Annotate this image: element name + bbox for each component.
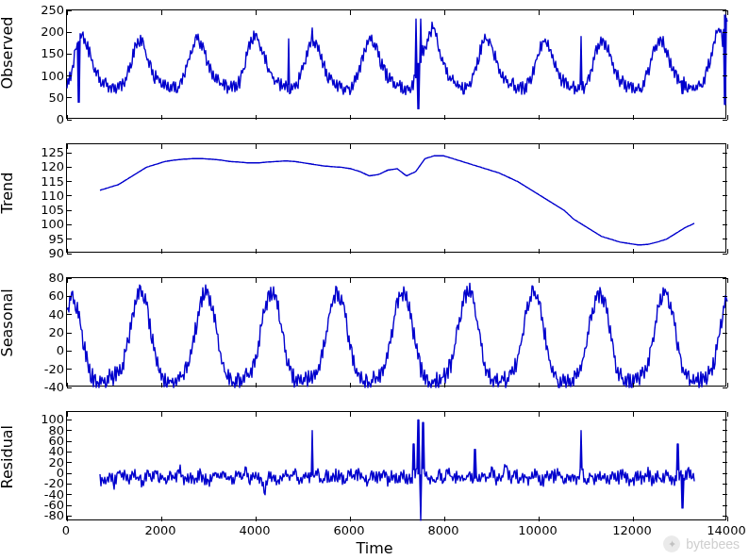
- ytick-mark: [67, 484, 72, 485]
- ytick-mark: [67, 314, 72, 315]
- ytick-mark: [67, 452, 72, 453]
- ytick-mark: [723, 296, 727, 297]
- xtick-mark: [161, 412, 162, 417]
- xtick-mark: [256, 383, 257, 387]
- ytick-mark: [67, 224, 72, 225]
- xtick-mark: [727, 144, 728, 149]
- xtick-mark: [256, 517, 257, 521]
- ytick-mark: [723, 314, 727, 315]
- xtick-mark: [727, 517, 728, 521]
- xtick-mark: [727, 115, 728, 120]
- xtick-mark: [350, 383, 351, 387]
- xtick-mark: [350, 10, 351, 15]
- ylabel-trend: Trend: [0, 186, 16, 214]
- xtick-mark: [444, 278, 445, 283]
- xtick-mark: [161, 144, 162, 149]
- ytick-label: 115: [41, 174, 64, 187]
- ytick-mark: [67, 10, 72, 11]
- watermark-text: bytebees: [686, 536, 740, 552]
- ytick-mark: [67, 296, 72, 297]
- ytick-mark: [67, 462, 72, 463]
- xtick-mark: [67, 278, 68, 283]
- ytick-label: 100: [41, 69, 64, 81]
- xtick-mark: [539, 115, 540, 120]
- watermark: ✦ bytebees: [663, 535, 740, 552]
- xtick-mark: [350, 278, 351, 283]
- ytick-mark: [67, 210, 72, 211]
- xtick-mark: [67, 10, 68, 15]
- xtick-mark: [67, 517, 68, 521]
- seasonal-line: [67, 278, 725, 386]
- ytick-mark: [67, 516, 72, 517]
- xlabel: Time: [0, 539, 749, 557]
- ytick-label: 100: [41, 218, 64, 230]
- xtick-mark: [539, 249, 540, 254]
- ytick-label: 150: [41, 47, 64, 59]
- ytick-mark: [723, 210, 727, 211]
- xtick-mark: [727, 278, 728, 283]
- ytick-mark: [67, 473, 72, 474]
- ytick-mark: [723, 195, 727, 196]
- ytick-label: 125: [41, 146, 64, 158]
- xtick-mark: [727, 383, 728, 387]
- decomposition-figure: Observed Trend Seasonal Residual 0200040…: [0, 0, 749, 560]
- xtick-mark: [444, 144, 445, 149]
- xtick-mark: [161, 278, 162, 283]
- ylabel-observed: Observed: [0, 42, 16, 90]
- ytick-mark: [723, 473, 727, 474]
- ytick-mark: [67, 420, 72, 420]
- ytick-mark: [67, 120, 72, 121]
- ytick-label: 0: [57, 113, 64, 125]
- ytick-mark: [723, 54, 727, 55]
- xtick-mark: [67, 412, 68, 417]
- xtick-mark: [350, 412, 351, 417]
- ytick-mark: [67, 254, 72, 255]
- xtick-label: 2000: [144, 524, 175, 536]
- ytick-mark: [723, 505, 727, 506]
- ytick-label: 120: [41, 160, 64, 173]
- xtick-mark: [67, 383, 68, 387]
- xtick-mark: [256, 249, 257, 254]
- xtick-mark: [256, 10, 257, 15]
- ytick-label: 0: [57, 344, 64, 356]
- xtick-mark: [67, 115, 68, 120]
- ytick-label: 105: [41, 204, 64, 216]
- xtick-mark: [539, 144, 540, 149]
- xtick-mark: [444, 517, 445, 521]
- ytick-mark: [723, 224, 727, 225]
- ytick-mark: [67, 278, 72, 279]
- xtick-mark: [727, 412, 728, 417]
- ytick-mark: [67, 441, 72, 442]
- ytick-mark: [723, 494, 727, 495]
- xtick-mark: [256, 115, 257, 120]
- ytick-mark: [723, 452, 727, 453]
- xtick-label: 12000: [612, 524, 651, 536]
- xtick-mark: [161, 115, 162, 120]
- ytick-mark: [67, 75, 72, 76]
- xtick-label: 4000: [239, 524, 270, 536]
- residual-line: [67, 412, 725, 519]
- xtick-mark: [256, 278, 257, 283]
- ytick-label: 100: [41, 413, 64, 425]
- ytick-mark: [723, 462, 727, 463]
- subplot-seasonal: [66, 277, 726, 387]
- xtick-mark: [161, 383, 162, 387]
- ytick-mark: [67, 97, 72, 98]
- ylabel-seasonal: Seasonal: [0, 310, 16, 357]
- subplot-residual: [66, 411, 726, 520]
- ytick-mark: [67, 153, 72, 154]
- xtick-mark: [444, 412, 445, 417]
- ytick-label: 200: [41, 25, 64, 38]
- ytick-mark: [723, 153, 727, 154]
- ytick-label: 90: [48, 247, 64, 259]
- xtick-label: 0: [62, 524, 70, 536]
- xtick-mark: [256, 144, 257, 149]
- ytick-mark: [723, 181, 727, 182]
- xtick-mark: [633, 383, 634, 387]
- ytick-mark: [723, 351, 727, 352]
- ylabel-residual: Residual: [0, 446, 16, 489]
- xtick-mark: [350, 115, 351, 120]
- ytick-mark: [723, 75, 727, 76]
- xtick-mark: [633, 249, 634, 254]
- ytick-mark: [67, 54, 72, 55]
